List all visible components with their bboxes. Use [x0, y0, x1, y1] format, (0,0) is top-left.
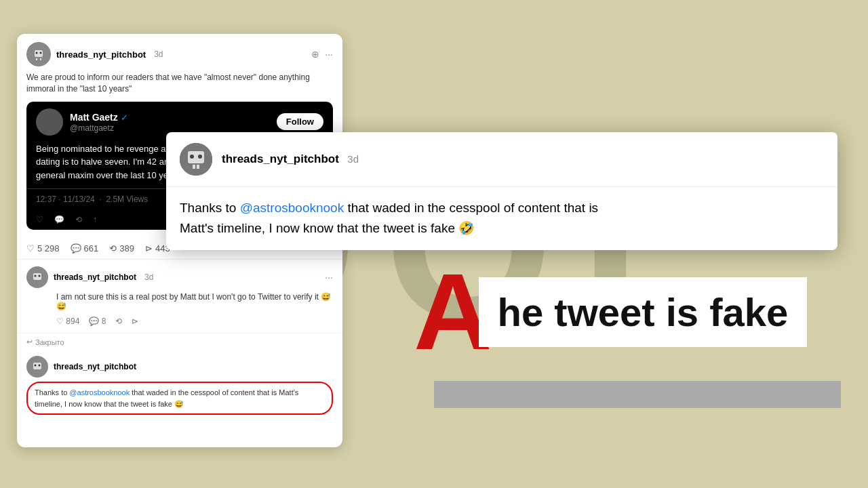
fake-text-suffix: he tweet is fake: [479, 277, 808, 347]
verified-icon: ✓: [121, 113, 128, 123]
large-text-overlay: A he tweet is fake: [414, 258, 807, 366]
third-post: threads_nyt_pitchbot Thanks to @astrosbo…: [17, 350, 342, 420]
third-post-mention: @astrosbooknook: [69, 388, 130, 396]
second-likes: ♡ 894: [56, 317, 79, 326]
comments-count: 💬 661: [71, 243, 99, 253]
closed-label: ↩ Закрыто: [17, 333, 342, 350]
grey-bar: [434, 381, 841, 408]
svg-point-8: [35, 275, 37, 277]
right-popup: threads_nyt_pitchbot 3d Thanks to @astro…: [166, 132, 837, 250]
second-repost: ⟲: [115, 317, 122, 326]
second-share: ⊳: [132, 317, 138, 326]
third-post-avatar: [26, 356, 48, 378]
second-comments: 💬 8: [89, 317, 106, 326]
third-post-username: threads_nyt_pitchbot: [54, 362, 136, 371]
first-post-username: threads_nyt_pitchbot: [56, 49, 146, 60]
popup-text-middle: that waded in the cesspool of content th…: [344, 201, 598, 215]
svg-rect-1: [35, 50, 43, 57]
suffix-text: he tweet is fake: [498, 290, 789, 334]
svg-rect-7: [33, 273, 41, 280]
svg-rect-5: [40, 58, 41, 60]
reposts-count: ⟲ 389: [109, 243, 134, 253]
second-post-username: threads_nyt_pitchbot: [54, 272, 136, 282]
svg-point-3: [40, 52, 42, 54]
second-post-text: I am not sure this is a real post by Mat…: [56, 292, 333, 311]
first-post-icons: ⊕ ···: [311, 49, 333, 60]
second-post-icons: ···: [325, 272, 333, 283]
popup-header: threads_nyt_pitchbot 3d: [166, 132, 837, 187]
first-post-time: 3d: [154, 49, 163, 59]
tweet-name: Matt Gaetz: [70, 112, 118, 123]
svg-rect-18: [193, 165, 195, 169]
third-text-before: Thanks to: [35, 388, 69, 396]
second-post-reactions: ♡ 894 💬 8 ⟲ ⊳: [56, 317, 333, 326]
second-post: threads_nyt_pitchbot 3d ··· I am not sur…: [17, 260, 342, 333]
first-post-header: threads_nyt_pitchbot 3d ⊕ ···: [26, 42, 333, 66]
closed-text: Закрыто: [35, 338, 64, 346]
svg-point-9: [39, 275, 41, 277]
first-post-text: We are proud to inform our readers that …: [26, 72, 333, 95]
tweet-share-icon: ↑: [93, 215, 97, 224]
svg-point-2: [36, 52, 38, 54]
svg-rect-4: [36, 58, 37, 60]
popup-body: Thanks to @astrosbooknook that waded in …: [166, 187, 837, 250]
svg-rect-19: [197, 165, 199, 169]
second-post-avatar: [26, 266, 48, 288]
popup-time: 3d: [347, 153, 359, 165]
tweet-identity: Matt Gaetz ✓ @mattgaetz: [70, 111, 128, 133]
likes-count: ♡ 5 298: [26, 243, 60, 253]
svg-point-13: [39, 365, 41, 367]
svg-point-17: [198, 155, 202, 159]
svg-point-16: [190, 155, 194, 159]
tweet-avatar: [36, 108, 63, 136]
tweet-timestamp: 12:37 · 11/13/24: [36, 195, 95, 204]
tweet-name-line: Matt Gaetz ✓: [70, 111, 128, 123]
popup-mention: @astrosbooknook: [240, 201, 344, 215]
tweet-views: 2.5M Views: [106, 195, 148, 204]
popup-text-line2: Matt's timeline, I now know that the twe…: [180, 221, 475, 235]
highlighted-text-box: Thanks to @astrosbooknook that waded in …: [26, 382, 333, 415]
more-icon: ···: [325, 49, 333, 60]
svg-rect-11: [33, 363, 41, 369]
edit-icon: ⊕: [311, 49, 319, 60]
svg-point-12: [35, 365, 37, 367]
popup-identity: threads_nyt_pitchbot 3d: [222, 152, 359, 166]
tweet-comment-icon: 💬: [54, 215, 64, 224]
popup-avatar: [180, 143, 212, 176]
second-post-header: threads_nyt_pitchbot 3d ···: [26, 266, 333, 288]
tweet-handle: @mattgaetz: [70, 123, 128, 133]
popup-text-before: Thanks to: [180, 201, 240, 215]
first-post-avatar: [26, 42, 51, 66]
second-post-time: 3d: [144, 272, 153, 282]
popup-username: threads_nyt_pitchbot: [222, 152, 339, 165]
tweet-like-icon: ♡: [36, 215, 43, 224]
reply-icon: ↩: [26, 338, 33, 346]
follow-button[interactable]: Follow: [277, 113, 323, 130]
third-post-header: threads_nyt_pitchbot: [26, 356, 333, 378]
tweet-retweet-icon: ⟲: [75, 215, 82, 224]
